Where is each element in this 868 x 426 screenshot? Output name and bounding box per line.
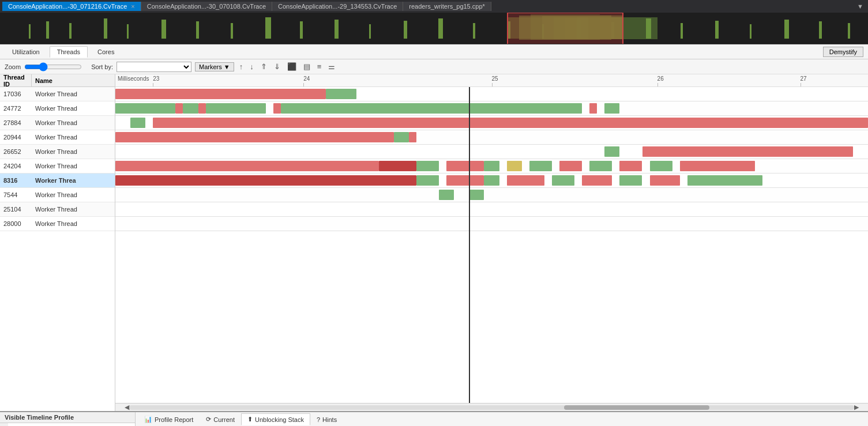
tab-cvtrace1[interactable]: ConsoleApplication...-30_071216.CvTrace …	[2, 2, 141, 11]
svg-rect-23	[750, 24, 751, 39]
marker-line	[469, 87, 470, 403]
overview-bar	[0, 13, 868, 44]
scroll-left-arrow[interactable]: ◀	[125, 404, 129, 411]
scrollbar-thumb[interactable]	[564, 405, 709, 410]
track-bar	[589, 103, 597, 114]
thread-row[interactable]: 7544 Worker Thread	[0, 188, 115, 202]
sort-bottom-icon[interactable]: ⇓	[272, 62, 282, 71]
track-bar	[379, 161, 416, 171]
thread-row[interactable]: 24204 Worker Thread	[0, 159, 115, 174]
ruler-tick	[492, 83, 493, 86]
track-bar	[153, 118, 868, 128]
track-bar	[416, 161, 439, 171]
track-bar	[175, 103, 183, 114]
track-bar	[206, 103, 266, 114]
window-dropdown[interactable]: ▼	[855, 2, 866, 11]
tab-close-1[interactable]: ×	[131, 3, 134, 10]
track-row[interactable]	[115, 174, 868, 188]
track-bar	[394, 132, 409, 142]
track-row[interactable]	[115, 87, 868, 101]
tab-cores[interactable]: Cores	[90, 46, 122, 58]
thread-row[interactable]: 27884 Worker Thread	[0, 116, 115, 130]
group-icon[interactable]: ⚌	[326, 62, 337, 71]
scroll-right-arrow[interactable]: ▶	[854, 404, 859, 411]
track-row[interactable]	[115, 116, 868, 130]
view-tabs: Utilization Threads Cores Demystify	[0, 44, 868, 59]
track-row[interactable]	[115, 130, 868, 145]
track-bar	[484, 161, 499, 171]
timeline-panel: Milliseconds 2324252627 ◀ ▶	[115, 74, 868, 411]
ruler-label: 23	[153, 76, 159, 82]
track-bar	[529, 161, 552, 171]
track-bar	[589, 161, 612, 171]
col-thread-id: Thread ID	[0, 74, 32, 89]
thread-list-panel: Thread ID Name 17036 Worker Thread 24772…	[0, 74, 115, 411]
svg-rect-12	[369, 24, 371, 39]
ruler-tick	[153, 83, 153, 86]
ruler-label: 25	[492, 76, 498, 82]
svg-rect-3	[69, 23, 72, 39]
track-row[interactable]	[115, 101, 868, 116]
thread-row[interactable]: 17036 Worker Thread	[0, 87, 115, 101]
ruler-label: 26	[657, 76, 664, 82]
svg-rect-9	[265, 17, 271, 39]
track-bar	[507, 161, 522, 171]
thread-row[interactable]: 20944 Worker Thread	[0, 130, 115, 145]
markers-button[interactable]: Markers ▼	[195, 62, 234, 71]
track-row[interactable]	[115, 188, 868, 202]
track-bar	[680, 161, 756, 171]
thread-row[interactable]: 26652 Worker Thread	[0, 145, 115, 159]
timeline-tracks[interactable]	[115, 87, 868, 403]
ruler-label: 27	[801, 76, 807, 82]
track-row[interactable]	[115, 217, 868, 231]
collapse-icon[interactable]: ▤	[302, 62, 312, 71]
tab-cvtrace3[interactable]: ConsoleApplication...-29_134553.CvTrace	[272, 2, 403, 11]
scrollbar-track[interactable]	[129, 405, 854, 410]
timeline-scrollbar: ◀ ▶	[115, 403, 868, 411]
track-bar	[582, 175, 612, 186]
tab-utilization[interactable]: Utilization	[5, 46, 47, 58]
svg-rect-25	[819, 21, 822, 39]
thread-row[interactable]: 24772 Worker Thread	[0, 101, 115, 116]
track-row[interactable]	[115, 202, 868, 217]
profile-title: Visible Timeline Profile	[0, 412, 135, 423]
svg-rect-11	[335, 20, 339, 39]
track-bar	[273, 103, 281, 114]
bottom-left-panel: Visible Timeline Profile CPU 5% Executio…	[0, 412, 136, 426]
svg-rect-24	[784, 20, 789, 39]
track-bar	[183, 103, 198, 114]
svg-rect-5	[127, 24, 129, 39]
expand-icon[interactable]: ⬛	[285, 62, 298, 71]
track-bar	[115, 103, 175, 114]
bottom-tab-current[interactable]: ⟳Current	[200, 413, 241, 425]
track-bar	[326, 89, 356, 99]
thread-row[interactable]: 25104 Worker Thread	[0, 202, 115, 217]
filter-icon[interactable]: ≡	[315, 62, 324, 71]
sort-down-icon[interactable]: ↓	[248, 62, 255, 71]
svg-rect-4	[104, 18, 107, 39]
demystify-button[interactable]: Demystify	[823, 47, 863, 57]
bottom-right-panel: 📊Profile Report⟳Current⬆Unblocking Stack…	[136, 412, 868, 426]
zoom-slider[interactable]	[24, 62, 82, 71]
track-bar	[446, 161, 484, 171]
tab-cpp[interactable]: readers_writers_pg15.cpp*	[403, 2, 491, 11]
sort-top-icon[interactable]: ⇑	[259, 62, 269, 71]
sort-up-icon[interactable]: ↑	[238, 62, 245, 71]
track-bar	[687, 175, 763, 186]
track-row[interactable]	[115, 159, 868, 174]
svg-rect-6	[161, 20, 166, 39]
bottom-tab-profile-report[interactable]: 📊Profile Report	[138, 413, 200, 425]
track-bar	[604, 103, 619, 114]
thread-row[interactable]: 8316 Worker Threa	[0, 174, 115, 188]
track-row[interactable]	[115, 145, 868, 159]
sort-select[interactable]	[117, 62, 191, 72]
thread-row[interactable]: 28000 Worker Thread	[0, 217, 115, 231]
track-bar	[281, 103, 582, 114]
tab-cvtrace2[interactable]: ConsoleApplication...-30_070108.CvTrace	[141, 2, 272, 11]
bottom-tab-unblocking-stack[interactable]: ⬆Unblocking Stack	[241, 413, 310, 425]
sort-label: Sort by:	[91, 63, 113, 70]
bottom-tab-hints[interactable]: ?Hints	[310, 414, 343, 425]
track-bar	[559, 161, 582, 171]
tab-threads[interactable]: Threads	[50, 46, 88, 58]
ruler-tick	[657, 83, 658, 86]
